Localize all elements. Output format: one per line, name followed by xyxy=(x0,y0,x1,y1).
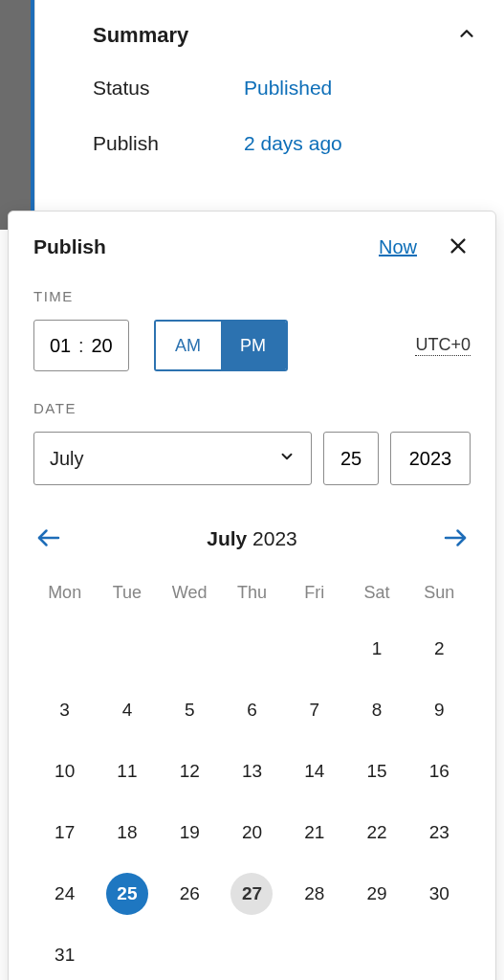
day-cell[interactable]: 28 xyxy=(294,873,336,915)
day-cell[interactable]: 3 xyxy=(44,689,86,731)
day-cell[interactable]: 25 xyxy=(106,873,148,915)
day-empty xyxy=(221,628,283,670)
date-row: July xyxy=(33,432,471,485)
day-input[interactable] xyxy=(336,448,366,470)
prev-month-button[interactable] xyxy=(33,523,64,554)
day-cell[interactable]: 11 xyxy=(106,750,148,792)
status-value[interactable]: Published xyxy=(244,77,332,100)
calendar-header: July 2023 xyxy=(33,523,471,554)
sidebar-strip xyxy=(0,0,34,230)
now-link[interactable]: Now xyxy=(379,236,417,258)
day-cell[interactable]: 29 xyxy=(356,873,398,915)
month-select-value: July xyxy=(50,448,84,470)
summary-box: Summary Status Published Publish 2 days … xyxy=(34,0,504,230)
day-empty xyxy=(33,628,96,670)
day-cell[interactable]: 18 xyxy=(106,812,148,854)
day-cell[interactable]: 13 xyxy=(230,750,273,792)
day-cell[interactable]: 1 xyxy=(356,628,398,670)
day-cell[interactable]: 4 xyxy=(106,689,148,731)
day-cell[interactable]: 21 xyxy=(294,812,336,854)
summary-header[interactable]: Summary xyxy=(93,23,477,48)
arrow-left-icon xyxy=(34,523,63,555)
weekday-header: Mon xyxy=(33,583,96,609)
day-cell[interactable]: 8 xyxy=(356,689,398,731)
am-button[interactable]: AM xyxy=(156,322,221,369)
next-month-button[interactable] xyxy=(440,523,471,554)
year-input[interactable] xyxy=(403,448,458,470)
popover-header: Publish Now xyxy=(33,234,471,259)
summary-status-row: Status Published xyxy=(93,77,477,100)
day-cell[interactable]: 17 xyxy=(44,812,86,854)
calendar-year-label: 2023 xyxy=(252,527,297,549)
minutes-input[interactable] xyxy=(88,335,117,357)
day-input-wrap xyxy=(323,432,379,485)
status-label: Status xyxy=(93,77,244,100)
timezone-link[interactable]: UTC+0 xyxy=(415,335,471,356)
day-empty xyxy=(283,628,345,670)
popover-header-right: Now xyxy=(379,234,471,259)
day-cell[interactable]: 16 xyxy=(418,750,460,792)
arrow-right-icon xyxy=(441,523,470,555)
hours-input[interactable] xyxy=(46,335,75,357)
day-cell[interactable]: 20 xyxy=(230,812,273,854)
pm-button[interactable]: PM xyxy=(221,322,286,369)
chevron-down-icon xyxy=(278,448,296,470)
day-cell[interactable]: 24 xyxy=(44,873,86,915)
day-cell[interactable]: 6 xyxy=(230,689,273,731)
day-cell[interactable]: 23 xyxy=(418,812,460,854)
day-cell[interactable]: 7 xyxy=(294,689,336,731)
time-inputs: : xyxy=(33,320,129,371)
calendar-grid: MonTueWedThuFriSatSun1234567891011121314… xyxy=(33,583,471,976)
weekday-header: Fri xyxy=(283,583,345,609)
close-icon xyxy=(448,235,469,259)
weekday-header: Sun xyxy=(408,583,471,609)
ampm-toggle: AM PM xyxy=(154,320,288,371)
publish-value[interactable]: 2 days ago xyxy=(244,132,342,155)
publish-label: Publish xyxy=(93,132,244,155)
day-cell[interactable]: 2 xyxy=(418,628,460,670)
day-cell[interactable]: 10 xyxy=(44,750,86,792)
year-input-wrap xyxy=(390,432,471,485)
summary-panel: Summary Status Published Publish 2 days … xyxy=(0,0,504,230)
day-empty xyxy=(96,628,158,670)
day-cell[interactable]: 30 xyxy=(418,873,460,915)
summary-publish-row: Publish 2 days ago xyxy=(93,132,477,155)
weekday-header: Sat xyxy=(345,583,407,609)
calendar-month-label: July xyxy=(207,527,247,549)
day-empty xyxy=(159,628,221,670)
month-select[interactable]: July xyxy=(33,432,312,485)
close-button[interactable] xyxy=(446,234,471,259)
day-cell[interactable]: 19 xyxy=(168,812,210,854)
calendar-title: July 2023 xyxy=(207,527,297,550)
day-cell[interactable]: 14 xyxy=(294,750,336,792)
date-section-label: DATE xyxy=(33,400,471,416)
weekday-header: Tue xyxy=(96,583,158,609)
summary-title: Summary xyxy=(93,23,188,48)
publish-popover: Publish Now TIME : AM PM UTC+0 DATE July xyxy=(8,211,496,980)
time-section-label: TIME xyxy=(33,288,471,304)
weekday-header: Thu xyxy=(221,583,283,609)
day-cell[interactable]: 27 xyxy=(230,873,273,915)
day-cell[interactable]: 31 xyxy=(44,934,86,976)
day-cell[interactable]: 26 xyxy=(168,873,210,915)
chevron-up-icon[interactable] xyxy=(456,23,477,48)
day-cell[interactable]: 12 xyxy=(168,750,210,792)
day-cell[interactable]: 9 xyxy=(418,689,460,731)
weekday-header: Wed xyxy=(159,583,221,609)
day-cell[interactable]: 5 xyxy=(168,689,210,731)
popover-title: Publish xyxy=(33,235,106,258)
day-cell[interactable]: 15 xyxy=(356,750,398,792)
time-row: : AM PM UTC+0 xyxy=(33,320,471,371)
day-cell[interactable]: 22 xyxy=(356,812,398,854)
time-colon: : xyxy=(78,335,84,357)
